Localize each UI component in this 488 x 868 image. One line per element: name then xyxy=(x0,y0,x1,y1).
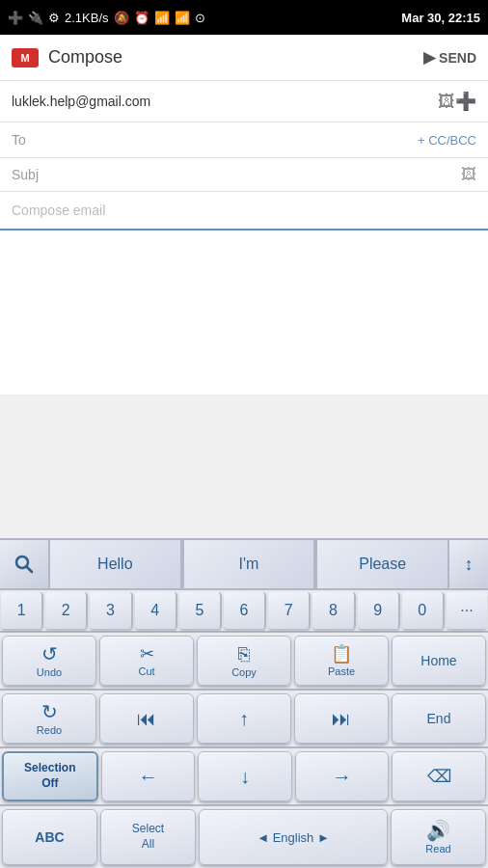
backspace-key[interactable]: ⌫ xyxy=(392,751,486,801)
down-icon: ↓ xyxy=(240,767,250,786)
paste-key[interactable]: 📋 Paste xyxy=(294,636,389,686)
image-attach-icon[interactable]: 🖼 xyxy=(461,166,476,183)
end-label: End xyxy=(427,711,451,726)
status-bar: ➕ 🔌 ⚙ 2.1KB/s 🔕 ⏰ 📶 📶 ⊙ Mar 30, 22:15 xyxy=(0,0,488,35)
next-key[interactable]: ⏭ xyxy=(294,693,389,744)
key-0[interactable]: 0 xyxy=(402,592,445,629)
copy-label: Copy xyxy=(231,666,257,678)
select-all-key[interactable]: SelectAll xyxy=(100,809,196,865)
attachment-icon[interactable]: 🖼➕ xyxy=(438,91,476,112)
status-left-icons: ➕ 🔌 ⚙ 2.1KB/s 🔕 ⏰ 📶 📶 ⊙ xyxy=(8,11,205,25)
key-6[interactable]: 6 xyxy=(224,592,266,629)
wifi-icon: 📶 xyxy=(154,11,170,25)
cut-key[interactable]: ✂ Cut xyxy=(99,636,194,686)
abc-key[interactable]: ABC xyxy=(2,809,97,865)
key-8[interactable]: 8 xyxy=(312,592,355,629)
key-more[interactable]: ··· xyxy=(447,592,487,629)
send-button[interactable]: ▶ SEND xyxy=(423,48,476,67)
phrase-im-button[interactable]: I'm xyxy=(184,540,316,588)
redo-key[interactable]: ↻ Redo xyxy=(2,693,96,744)
redo-icon: ↻ xyxy=(41,702,58,721)
read-label: Read xyxy=(425,843,450,854)
left-key[interactable]: ← xyxy=(101,751,196,801)
app-logo: M xyxy=(12,48,39,68)
sync-icon: ⚙ xyxy=(48,11,60,25)
app-title: Compose xyxy=(48,47,423,68)
search-icon xyxy=(14,554,35,575)
to-input[interactable] xyxy=(39,132,418,148)
status-time: Mar 30, 22:15 xyxy=(401,11,480,25)
undo-label: Undo xyxy=(37,666,62,678)
battery-icon: ⊙ xyxy=(195,11,205,25)
copy-key[interactable]: ⎘ Copy xyxy=(197,636,291,686)
down-key[interactable]: ↓ xyxy=(198,751,292,801)
svg-line-1 xyxy=(27,567,33,573)
prev-icon: ⏮ xyxy=(137,709,156,728)
up-key[interactable]: ↑ xyxy=(197,693,291,744)
right-key[interactable]: → xyxy=(295,751,390,801)
abc-label: ABC xyxy=(35,829,64,845)
paste-label: Paste xyxy=(328,665,355,677)
copy-icon: ⎘ xyxy=(238,644,250,664)
paste-icon: 📋 xyxy=(331,645,352,663)
usb-icon: 🔌 xyxy=(28,11,43,25)
end-key[interactable]: End xyxy=(392,693,486,744)
subject-row[interactable]: Subject 🖼 xyxy=(0,158,488,192)
selection-off-key[interactable]: SelectionOff xyxy=(2,751,98,801)
cut-icon: ✂ xyxy=(140,645,154,663)
bottom-row: ABC SelectAll ◄ English ► 🔊 Read xyxy=(0,806,488,868)
selection-off-label: SelectionOff xyxy=(24,761,75,791)
left-icon: ← xyxy=(138,767,157,786)
up-icon: ↑ xyxy=(239,709,249,728)
prev-key[interactable]: ⏮ xyxy=(99,693,194,744)
compose-body-row[interactable]: Compose email xyxy=(0,192,488,231)
read-key[interactable]: 🔊 Read xyxy=(391,809,486,865)
phrase-search-button[interactable] xyxy=(0,540,50,588)
edit-row: ↺ Undo ✂ Cut ⎘ Copy 📋 Paste Home xyxy=(0,633,488,691)
keyboard-area: Hello I'm Please ↕ 1 2 3 4 5 6 7 8 9 0 ·… xyxy=(0,538,488,868)
key-7[interactable]: 7 xyxy=(268,592,311,629)
undo-key[interactable]: ↺ Undo xyxy=(2,636,96,686)
from-email: luklek.help@gmail.com xyxy=(12,94,438,109)
right-icon: → xyxy=(333,767,352,786)
selection-row: SelectionOff ← ↓ → ⌫ xyxy=(0,748,488,806)
main-content-area xyxy=(0,231,488,394)
key-2[interactable]: 2 xyxy=(45,592,88,629)
app-bar: M Compose ▶ SEND xyxy=(0,35,488,81)
mute-icon: 🔕 xyxy=(114,11,129,25)
cc-bcc-button[interactable]: + CC/BCC xyxy=(418,133,476,148)
compose-area: luklek.help@gmail.com 🖼➕ To + CC/BCC Sub… xyxy=(0,81,488,231)
next-icon: ⏭ xyxy=(332,709,351,728)
key-9[interactable]: 9 xyxy=(358,592,400,629)
nav-row: ↻ Redo ⏮ ↑ ⏭ End xyxy=(0,691,488,748)
redo-label: Redo xyxy=(37,724,62,736)
home-label: Home xyxy=(420,653,456,668)
key-4[interactable]: 4 xyxy=(135,592,177,629)
signal-icon: 📶 xyxy=(175,11,190,25)
backspace-icon: ⌫ xyxy=(427,766,451,787)
phrase-row: Hello I'm Please ↕ xyxy=(0,540,488,590)
english-label: ◄ English ► xyxy=(257,830,330,845)
undo-icon: ↺ xyxy=(41,644,58,664)
data-speed: 2.1KB/s xyxy=(65,11,109,25)
alarm-icon: ⏰ xyxy=(134,11,149,25)
select-all-label: SelectAll xyxy=(132,822,164,852)
compose-placeholder: Compose email xyxy=(12,203,105,218)
key-1[interactable]: 1 xyxy=(1,592,43,629)
phrase-hello-button[interactable]: Hello xyxy=(50,540,182,588)
key-3[interactable]: 3 xyxy=(90,592,132,629)
to-row[interactable]: To + CC/BCC xyxy=(0,122,488,158)
phrase-arrow-button[interactable]: ↕ xyxy=(449,540,488,588)
number-row: 1 2 3 4 5 6 7 8 9 0 ··· xyxy=(0,590,488,633)
add-icon: ➕ xyxy=(8,11,23,25)
send-label: SEND xyxy=(439,50,476,66)
english-key[interactable]: ◄ English ► xyxy=(199,809,388,865)
to-label: To xyxy=(12,132,39,148)
phrase-please-button[interactable]: Please xyxy=(317,540,449,588)
from-row: luklek.help@gmail.com 🖼➕ xyxy=(0,81,488,122)
key-5[interactable]: 5 xyxy=(179,592,222,629)
cut-label: Cut xyxy=(138,665,154,677)
send-icon: ▶ xyxy=(423,48,435,67)
subject-input[interactable] xyxy=(39,167,461,182)
home-key[interactable]: Home xyxy=(392,636,486,686)
